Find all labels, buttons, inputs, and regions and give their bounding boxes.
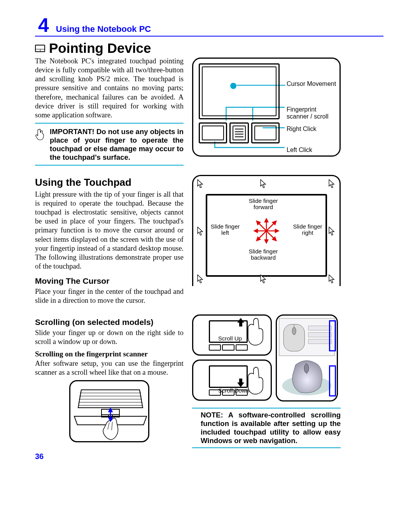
arrow-up-icon — [237, 318, 244, 326]
row-scrolling: Scrolling (on selected models) Slide you… — [35, 312, 383, 448]
touchpad-surface — [199, 63, 280, 119]
label-left: Slide finger left — [210, 223, 241, 236]
chapter-header: 4 Using the Notebook PC — [35, 16, 383, 37]
touchpad-diagram: Cursor Movement Fingerprint scanner / sc… — [192, 58, 341, 157]
label-fingerprint: Fingerprint scanner / scroll — [287, 106, 340, 120]
svg-rect-37 — [308, 339, 332, 344]
heading-moving: Moving The Cursor — [35, 276, 184, 286]
important-callout: IMPORTANT! Do not use any objects in pla… — [35, 127, 184, 162]
svg-marker-10 — [275, 229, 278, 232]
important-text: IMPORTANT! Do not use any objects in pla… — [50, 127, 184, 162]
label-right-click: Right Click — [287, 126, 316, 133]
row-touchpad: Using the Touchpad Light pressure with t… — [35, 169, 383, 308]
hand-icon — [35, 127, 46, 142]
svg-marker-29 — [237, 318, 244, 326]
intro-paragraph: The Notebook PC's integrated touchpad po… — [35, 57, 184, 120]
divider — [35, 123, 184, 124]
cursor-icon — [197, 179, 204, 189]
svg-rect-36 — [308, 333, 332, 337]
scroll-down-diagram: Scroll Down — [192, 360, 272, 401]
svg-rect-35 — [308, 326, 332, 330]
mouse-diagram — [276, 314, 338, 402]
page-number: 36 — [35, 452, 383, 461]
chapter-title: Using the Notebook PC — [56, 24, 151, 34]
arrow-down-icon — [237, 379, 244, 387]
note-text: NOTE: A software-controlled scrolling fu… — [192, 411, 341, 445]
row-intro: The Notebook PC's integrated touchpad po… — [35, 57, 383, 169]
cursor-icon — [260, 179, 267, 189]
cursor-icon — [197, 274, 204, 284]
main-title-row: Pointing Device — [35, 40, 383, 56]
left-button — [199, 122, 227, 143]
scroll-down-label: Scroll Down — [218, 387, 249, 394]
cursor-icon — [329, 179, 336, 189]
right-button — [251, 122, 280, 143]
cursor-dot — [230, 83, 236, 89]
cursor-icon — [197, 227, 204, 236]
note-callout: NOTE: A software-controlled scrolling fu… — [192, 408, 341, 448]
hand-icon — [247, 366, 268, 395]
cursor-icon — [329, 274, 336, 284]
scroll-up-label: Scroll Up — [218, 335, 242, 342]
svg-marker-7 — [265, 219, 268, 222]
cursor-icon — [329, 227, 336, 236]
main-title: Pointing Device — [49, 40, 151, 56]
svg-point-39 — [304, 364, 309, 373]
svg-marker-8 — [265, 240, 268, 243]
hand-icon — [247, 317, 268, 346]
laptop-diagram — [69, 380, 149, 442]
fingerprint-scanner — [229, 122, 249, 143]
scroll-up-diagram: Scroll Up — [192, 314, 272, 356]
page: 4 Using the Notebook PC Pointing Device … — [0, 0, 420, 477]
label-forward: Slide finger forward — [246, 198, 281, 211]
svg-point-34 — [292, 327, 296, 335]
svg-marker-30 — [237, 379, 244, 387]
divider — [35, 165, 184, 166]
heading-scrolling: Scrolling (on selected models) — [35, 318, 184, 327]
cursor-movement-diagram: Slide finger forward Slide finger left S… — [192, 175, 341, 286]
label-right: Slide finger right — [292, 223, 323, 236]
heading-scrolling-fp: Scrolling on the fingerprint scanner — [35, 350, 184, 358]
highlight-marker — [329, 320, 336, 351]
label-backward: Slide finger backward — [246, 248, 281, 261]
label-left-click: Left Click — [287, 147, 312, 154]
heading-touchpad: Using the Touchpad — [35, 176, 184, 189]
scrolling-fp-paragraph: After software setup, you can use the fi… — [35, 359, 184, 377]
direction-star-icon — [253, 217, 280, 244]
chapter-number: 4 — [38, 16, 49, 35]
svg-marker-9 — [254, 229, 257, 232]
touchpad-icon — [35, 45, 45, 52]
cursor-icon — [260, 274, 267, 284]
moving-paragraph: Place your finger in the center of the t… — [35, 287, 184, 305]
touchpad-paragraph: Light pressure with the tip of your fing… — [35, 190, 184, 271]
highlight-marker — [329, 365, 336, 396]
label-cursor: Cursor Movement — [287, 80, 336, 87]
scrolling-paragraph: Slide your finger up or down on the righ… — [35, 328, 184, 346]
